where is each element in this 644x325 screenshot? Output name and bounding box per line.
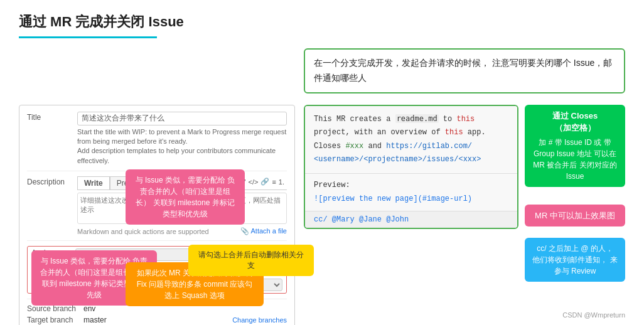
list-icon[interactable]: ≡ <box>272 178 276 186</box>
footer: CSDN @Wmpreturn <box>562 311 625 319</box>
target-branch-value: master <box>83 316 227 324</box>
checkbox-annotation-pos: 请勾选上合并后自动删除相关分支 <box>188 245 314 276</box>
tab-write[interactable]: Write <box>77 176 110 189</box>
assignee-label: Assignee <box>31 248 75 257</box>
closes-bubble: 通过 Closes （加空格） 加 # 带 Issue ID 或 带 Group… <box>525 105 625 187</box>
labels-label: Labels <box>31 279 75 287</box>
cc-bubble: cc/ 之后加上 @ 的人， 他们将收到邮件通知， 来参与 Review <box>525 238 625 282</box>
link-icon[interactable]: 🔗 <box>260 178 269 186</box>
code-url2: <username>/<projectname>/issues/<xxx> <box>314 155 481 164</box>
preview-block: Preview: ![preview the new page](#image-… <box>305 173 517 211</box>
code-panel: This MR creates a readme.md to this proj… <box>304 105 518 230</box>
desc-label: Description <box>27 176 77 186</box>
mr-image-bubble: MR 中可以加上效果图 <box>525 205 625 227</box>
title-input[interactable] <box>77 112 287 125</box>
attach-file-link[interactable]: 📎 Attach a file <box>240 227 287 235</box>
code-closes: #xxx <box>345 142 363 151</box>
target-branch-label: Target branch <box>27 316 83 324</box>
source-branch-label: Source branch <box>27 304 83 313</box>
milestone-label: Milestone <box>31 264 75 272</box>
code-icon[interactable]: </> <box>248 178 258 186</box>
page-title: 通过 MR 完成并关闭 Issue <box>19 13 625 31</box>
preview-link: ![preview the new page](#image-url) <box>314 194 472 203</box>
code-this-2: this <box>445 128 463 137</box>
cc-mentions: cc/ @Mary @Jane @John <box>314 215 409 224</box>
assign-meta-annotation: 与 Issue 类似，需要分配给 负责合并的人（咱们这里是组长） 关联到 mil… <box>126 169 245 225</box>
change-branches-link[interactable]: Change branches <box>232 316 287 324</box>
title-underline <box>19 36 157 38</box>
cc-block: cc/ @Mary @Jane @John <box>305 211 517 228</box>
top-note: 在一个分支完成开发，发起合并请求的时候， 注意写明要关闭哪个 Issue，邮件通… <box>304 48 625 93</box>
title-hint: Start the title with WIP: to prevent a M… <box>77 127 287 166</box>
code-block: This MR creates a readme.md to this proj… <box>305 106 517 173</box>
desc-hint: Markdown and quick actions are supported <box>77 228 209 235</box>
ordered-list-icon[interactable]: 1. <box>279 178 284 186</box>
title-label: Title <box>27 112 77 122</box>
code-url1: https://gitlab.com/ <box>386 142 472 151</box>
code-backtick: readme.md <box>395 114 439 123</box>
right-annotations: 通过 Closes （加空格） 加 # 带 Issue ID 或 带 Group… <box>525 105 625 282</box>
code-this-1: this <box>456 115 475 124</box>
